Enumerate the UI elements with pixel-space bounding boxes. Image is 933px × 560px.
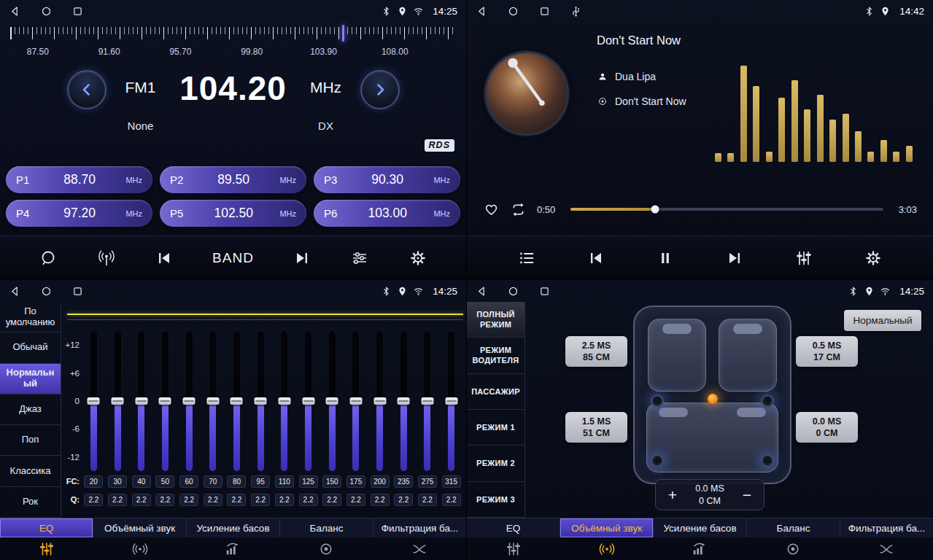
- eq-band-slider[interactable]: [416, 331, 440, 471]
- listening-position-dot[interactable]: [708, 394, 718, 404]
- back-icon[interactable]: [9, 5, 21, 18]
- tab-icon-filter[interactable]: [840, 540, 933, 558]
- eq-band-slider[interactable]: [296, 331, 320, 471]
- eq-slider-knob[interactable]: [206, 397, 219, 405]
- seat-front-left[interactable]: [648, 319, 706, 392]
- eq-faders-icon[interactable]: [794, 249, 813, 268]
- settings-gear-icon[interactable]: [864, 249, 883, 268]
- speaker-rear-right[interactable]: [761, 454, 774, 467]
- preset-button[interactable]: P1 88.70 MHz: [6, 166, 152, 193]
- eq-band-slider[interactable]: [273, 331, 297, 471]
- eq-preset-item[interactable]: Классика: [0, 456, 61, 486]
- scan-icon[interactable]: [39, 249, 58, 268]
- audio-tab[interactable]: Объёмный звук: [93, 518, 187, 537]
- eq-band-slider[interactable]: [201, 331, 225, 471]
- eq-slider-knob[interactable]: [88, 397, 100, 405]
- eq-band-slider[interactable]: [153, 331, 177, 471]
- delay-rear-left[interactable]: 1.5 MS 51 CM: [565, 412, 627, 443]
- seat-rear-bench[interactable]: [646, 402, 778, 472]
- home-icon[interactable]: [507, 5, 519, 18]
- eq-preset-item[interactable]: Обычай: [0, 332, 61, 363]
- next-icon[interactable]: [725, 249, 744, 268]
- eq-slider-knob[interactable]: [135, 397, 147, 405]
- tab-icon-filter[interactable]: [373, 540, 466, 558]
- mode-item[interactable]: РЕЖИМ 2: [467, 446, 524, 481]
- eq-band-slider[interactable]: [320, 331, 344, 471]
- settings-gear-icon[interactable]: [409, 249, 427, 268]
- audio-tab[interactable]: EQ: [467, 518, 560, 537]
- eq-slider-knob[interactable]: [398, 397, 410, 405]
- home-icon[interactable]: [40, 5, 53, 18]
- eq-band-slider[interactable]: [344, 331, 368, 471]
- eq-band-slider[interactable]: [249, 331, 273, 471]
- mode-item[interactable]: РЕЖИМ 1: [467, 410, 524, 446]
- mode-item[interactable]: РЕЖИМ ВОДИТЕЛЯ: [467, 338, 524, 373]
- eq-band-slider[interactable]: [368, 331, 392, 471]
- tune-settings-icon[interactable]: [350, 249, 369, 268]
- broadcast-icon[interactable]: [97, 249, 116, 268]
- preset-button[interactable]: P2 89.50 MHz: [160, 166, 306, 193]
- favorite-icon[interactable]: [483, 201, 500, 218]
- tune-up-button[interactable]: [360, 70, 400, 109]
- eq-band-slider[interactable]: [392, 331, 416, 471]
- tab-icon-eq[interactable]: [467, 540, 560, 558]
- eq-slider-knob[interactable]: [183, 397, 195, 405]
- eq-preset-item[interactable]: Нормальный: [0, 364, 61, 394]
- eq-band-slider[interactable]: [177, 331, 201, 471]
- progress-knob[interactable]: [651, 206, 659, 214]
- eq-slider-knob[interactable]: [278, 397, 290, 405]
- pause-icon[interactable]: [656, 249, 675, 268]
- eq-preset-item[interactable]: Джаз: [0, 394, 61, 425]
- delay-rear-right[interactable]: 0.0 MS 0 CM: [796, 412, 858, 443]
- recents-icon[interactable]: [71, 285, 84, 298]
- audio-tab[interactable]: Усиление басов: [654, 518, 747, 537]
- eq-slider-knob[interactable]: [421, 397, 433, 405]
- tab-icon-balance[interactable]: [746, 540, 840, 558]
- previous-icon[interactable]: [586, 249, 605, 268]
- back-icon[interactable]: [9, 285, 21, 298]
- eq-slider-knob[interactable]: [159, 397, 171, 405]
- delay-front-right[interactable]: 0.5 MS 17 CM: [796, 336, 858, 367]
- audio-tab[interactable]: EQ: [0, 518, 93, 537]
- tab-icon-bass[interactable]: [654, 540, 747, 558]
- repeat-icon[interactable]: [510, 201, 527, 218]
- eq-band-slider[interactable]: [225, 331, 249, 471]
- recents-icon[interactable]: [538, 285, 551, 298]
- audio-tab[interactable]: Объёмный звук: [560, 518, 654, 537]
- eq-preset-item[interactable]: По умолчанию: [0, 302, 61, 332]
- preset-normal-button[interactable]: Нормальный: [844, 310, 921, 331]
- eq-preset-item[interactable]: Рок: [0, 487, 61, 518]
- mode-item[interactable]: ПАССАЖИР: [467, 374, 524, 410]
- home-icon[interactable]: [507, 285, 519, 298]
- preset-button[interactable]: P3 90.30 MHz: [314, 166, 460, 193]
- delay-front-left[interactable]: 2.5 MS 85 CM: [565, 336, 627, 367]
- eq-slider-knob[interactable]: [231, 397, 243, 405]
- speaker-front-right[interactable]: [761, 394, 774, 408]
- previous-icon[interactable]: [155, 249, 174, 268]
- recents-icon[interactable]: [71, 5, 84, 18]
- tab-icon-bass[interactable]: [187, 540, 280, 558]
- tab-icon-eq[interactable]: [0, 540, 93, 558]
- decrease-button[interactable]: −: [736, 487, 758, 502]
- eq-band-slider[interactable]: [129, 331, 153, 471]
- speaker-rear-left[interactable]: [651, 454, 664, 467]
- playlist-icon[interactable]: [517, 249, 536, 268]
- eq-slider-knob[interactable]: [373, 397, 386, 405]
- tune-down-button[interactable]: [67, 70, 107, 109]
- preset-button[interactable]: P5 102.50 MHz: [160, 200, 306, 227]
- eq-band-slider[interactable]: [106, 331, 130, 471]
- seat-front-right[interactable]: [719, 319, 777, 392]
- eq-slider-knob[interactable]: [445, 397, 457, 405]
- next-icon[interactable]: [293, 249, 311, 268]
- audio-tab[interactable]: Фильтрация ба...: [373, 518, 466, 537]
- preset-button[interactable]: P4 97.20 MHz: [6, 200, 152, 227]
- eq-band-slider[interactable]: [439, 331, 463, 471]
- eq-preset-item[interactable]: Поп: [0, 425, 61, 456]
- seek-bar[interactable]: [570, 208, 883, 211]
- audio-tab[interactable]: Баланс: [747, 518, 840, 537]
- eq-slider-knob[interactable]: [349, 397, 362, 405]
- back-icon[interactable]: [476, 285, 488, 298]
- eq-slider-knob[interactable]: [302, 397, 314, 405]
- frequency-scale[interactable]: 87.5091.6095.7099.80103.90108.00: [10, 25, 456, 63]
- mode-item[interactable]: ПОЛНЫЙ РЕЖИМ: [467, 302, 524, 338]
